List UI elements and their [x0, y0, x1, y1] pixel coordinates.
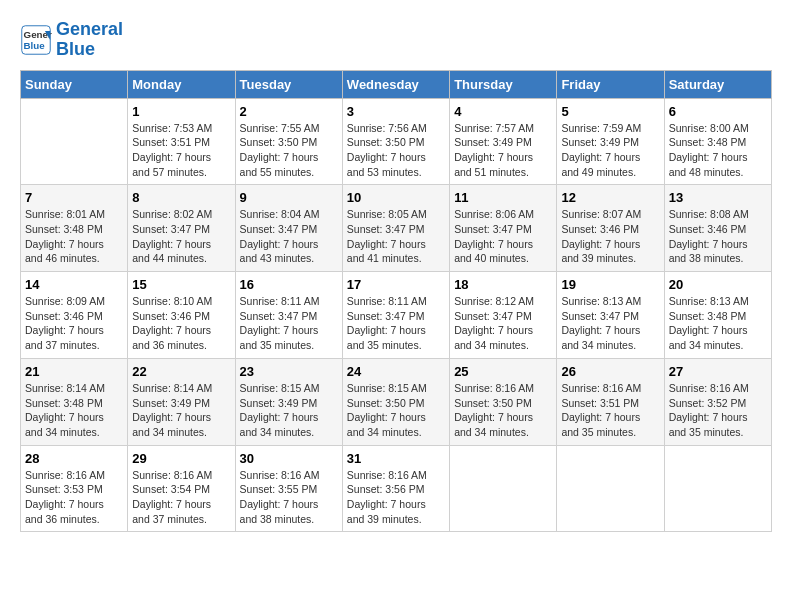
day-number: 21	[25, 364, 123, 379]
day-info: Sunrise: 8:05 AM Sunset: 3:47 PM Dayligh…	[347, 207, 445, 266]
calendar-cell: 17Sunrise: 8:11 AM Sunset: 3:47 PM Dayli…	[342, 272, 449, 359]
calendar-cell	[450, 445, 557, 532]
day-info: Sunrise: 8:16 AM Sunset: 3:50 PM Dayligh…	[454, 381, 552, 440]
day-number: 25	[454, 364, 552, 379]
day-info: Sunrise: 7:59 AM Sunset: 3:49 PM Dayligh…	[561, 121, 659, 180]
day-number: 27	[669, 364, 767, 379]
calendar-cell: 27Sunrise: 8:16 AM Sunset: 3:52 PM Dayli…	[664, 358, 771, 445]
day-info: Sunrise: 8:06 AM Sunset: 3:47 PM Dayligh…	[454, 207, 552, 266]
day-number: 10	[347, 190, 445, 205]
day-number: 15	[132, 277, 230, 292]
calendar-cell: 21Sunrise: 8:14 AM Sunset: 3:48 PM Dayli…	[21, 358, 128, 445]
day-info: Sunrise: 8:09 AM Sunset: 3:46 PM Dayligh…	[25, 294, 123, 353]
day-info: Sunrise: 8:10 AM Sunset: 3:46 PM Dayligh…	[132, 294, 230, 353]
calendar-cell	[557, 445, 664, 532]
day-info: Sunrise: 8:16 AM Sunset: 3:55 PM Dayligh…	[240, 468, 338, 527]
day-number: 6	[669, 104, 767, 119]
calendar-cell: 2Sunrise: 7:55 AM Sunset: 3:50 PM Daylig…	[235, 98, 342, 185]
calendar-cell: 25Sunrise: 8:16 AM Sunset: 3:50 PM Dayli…	[450, 358, 557, 445]
calendar-table: SundayMondayTuesdayWednesdayThursdayFrid…	[20, 70, 772, 533]
day-info: Sunrise: 8:16 AM Sunset: 3:54 PM Dayligh…	[132, 468, 230, 527]
day-number: 13	[669, 190, 767, 205]
day-number: 14	[25, 277, 123, 292]
day-info: Sunrise: 7:53 AM Sunset: 3:51 PM Dayligh…	[132, 121, 230, 180]
calendar-cell: 16Sunrise: 8:11 AM Sunset: 3:47 PM Dayli…	[235, 272, 342, 359]
day-info: Sunrise: 8:00 AM Sunset: 3:48 PM Dayligh…	[669, 121, 767, 180]
day-info: Sunrise: 7:55 AM Sunset: 3:50 PM Dayligh…	[240, 121, 338, 180]
calendar-cell: 5Sunrise: 7:59 AM Sunset: 3:49 PM Daylig…	[557, 98, 664, 185]
day-info: Sunrise: 8:16 AM Sunset: 3:56 PM Dayligh…	[347, 468, 445, 527]
calendar-week-row: 28Sunrise: 8:16 AM Sunset: 3:53 PM Dayli…	[21, 445, 772, 532]
day-info: Sunrise: 8:14 AM Sunset: 3:49 PM Dayligh…	[132, 381, 230, 440]
day-info: Sunrise: 8:07 AM Sunset: 3:46 PM Dayligh…	[561, 207, 659, 266]
day-number: 23	[240, 364, 338, 379]
day-number: 28	[25, 451, 123, 466]
day-number: 30	[240, 451, 338, 466]
calendar-cell: 11Sunrise: 8:06 AM Sunset: 3:47 PM Dayli…	[450, 185, 557, 272]
calendar-cell: 14Sunrise: 8:09 AM Sunset: 3:46 PM Dayli…	[21, 272, 128, 359]
day-number: 19	[561, 277, 659, 292]
calendar-header-row: SundayMondayTuesdayWednesdayThursdayFrid…	[21, 70, 772, 98]
calendar-cell: 13Sunrise: 8:08 AM Sunset: 3:46 PM Dayli…	[664, 185, 771, 272]
calendar-cell: 1Sunrise: 7:53 AM Sunset: 3:51 PM Daylig…	[128, 98, 235, 185]
calendar-cell: 9Sunrise: 8:04 AM Sunset: 3:47 PM Daylig…	[235, 185, 342, 272]
day-number: 5	[561, 104, 659, 119]
day-number: 2	[240, 104, 338, 119]
calendar-week-row: 1Sunrise: 7:53 AM Sunset: 3:51 PM Daylig…	[21, 98, 772, 185]
day-info: Sunrise: 8:12 AM Sunset: 3:47 PM Dayligh…	[454, 294, 552, 353]
day-number: 16	[240, 277, 338, 292]
day-info: Sunrise: 8:11 AM Sunset: 3:47 PM Dayligh…	[240, 294, 338, 353]
calendar-cell: 24Sunrise: 8:15 AM Sunset: 3:50 PM Dayli…	[342, 358, 449, 445]
calendar-cell: 8Sunrise: 8:02 AM Sunset: 3:47 PM Daylig…	[128, 185, 235, 272]
day-info: Sunrise: 8:13 AM Sunset: 3:48 PM Dayligh…	[669, 294, 767, 353]
calendar-cell: 28Sunrise: 8:16 AM Sunset: 3:53 PM Dayli…	[21, 445, 128, 532]
logo-text: GeneralBlue	[56, 20, 123, 60]
calendar-week-row: 7Sunrise: 8:01 AM Sunset: 3:48 PM Daylig…	[21, 185, 772, 272]
calendar-cell: 6Sunrise: 8:00 AM Sunset: 3:48 PM Daylig…	[664, 98, 771, 185]
calendar-cell: 19Sunrise: 8:13 AM Sunset: 3:47 PM Dayli…	[557, 272, 664, 359]
calendar-cell	[21, 98, 128, 185]
day-info: Sunrise: 7:57 AM Sunset: 3:49 PM Dayligh…	[454, 121, 552, 180]
calendar-cell: 10Sunrise: 8:05 AM Sunset: 3:47 PM Dayli…	[342, 185, 449, 272]
calendar-cell: 7Sunrise: 8:01 AM Sunset: 3:48 PM Daylig…	[21, 185, 128, 272]
header-wednesday: Wednesday	[342, 70, 449, 98]
page-header: General Blue GeneralBlue	[20, 20, 772, 60]
day-number: 9	[240, 190, 338, 205]
header-friday: Friday	[557, 70, 664, 98]
header-tuesday: Tuesday	[235, 70, 342, 98]
logo-icon: General Blue	[20, 24, 52, 56]
day-info: Sunrise: 8:16 AM Sunset: 3:52 PM Dayligh…	[669, 381, 767, 440]
calendar-cell: 4Sunrise: 7:57 AM Sunset: 3:49 PM Daylig…	[450, 98, 557, 185]
logo: General Blue GeneralBlue	[20, 20, 123, 60]
header-thursday: Thursday	[450, 70, 557, 98]
calendar-week-row: 21Sunrise: 8:14 AM Sunset: 3:48 PM Dayli…	[21, 358, 772, 445]
header-saturday: Saturday	[664, 70, 771, 98]
day-number: 20	[669, 277, 767, 292]
day-info: Sunrise: 8:02 AM Sunset: 3:47 PM Dayligh…	[132, 207, 230, 266]
day-info: Sunrise: 8:13 AM Sunset: 3:47 PM Dayligh…	[561, 294, 659, 353]
svg-text:Blue: Blue	[24, 40, 46, 51]
day-info: Sunrise: 8:16 AM Sunset: 3:51 PM Dayligh…	[561, 381, 659, 440]
calendar-cell: 22Sunrise: 8:14 AM Sunset: 3:49 PM Dayli…	[128, 358, 235, 445]
day-number: 3	[347, 104, 445, 119]
header-sunday: Sunday	[21, 70, 128, 98]
calendar-week-row: 14Sunrise: 8:09 AM Sunset: 3:46 PM Dayli…	[21, 272, 772, 359]
day-number: 8	[132, 190, 230, 205]
calendar-cell: 12Sunrise: 8:07 AM Sunset: 3:46 PM Dayli…	[557, 185, 664, 272]
day-number: 4	[454, 104, 552, 119]
day-number: 29	[132, 451, 230, 466]
calendar-cell: 3Sunrise: 7:56 AM Sunset: 3:50 PM Daylig…	[342, 98, 449, 185]
day-number: 12	[561, 190, 659, 205]
day-number: 1	[132, 104, 230, 119]
day-info: Sunrise: 8:14 AM Sunset: 3:48 PM Dayligh…	[25, 381, 123, 440]
calendar-cell: 23Sunrise: 8:15 AM Sunset: 3:49 PM Dayli…	[235, 358, 342, 445]
day-number: 11	[454, 190, 552, 205]
calendar-cell: 18Sunrise: 8:12 AM Sunset: 3:47 PM Dayli…	[450, 272, 557, 359]
day-number: 24	[347, 364, 445, 379]
day-info: Sunrise: 8:16 AM Sunset: 3:53 PM Dayligh…	[25, 468, 123, 527]
calendar-cell: 31Sunrise: 8:16 AM Sunset: 3:56 PM Dayli…	[342, 445, 449, 532]
day-info: Sunrise: 8:15 AM Sunset: 3:49 PM Dayligh…	[240, 381, 338, 440]
calendar-cell	[664, 445, 771, 532]
calendar-cell: 30Sunrise: 8:16 AM Sunset: 3:55 PM Dayli…	[235, 445, 342, 532]
day-number: 18	[454, 277, 552, 292]
